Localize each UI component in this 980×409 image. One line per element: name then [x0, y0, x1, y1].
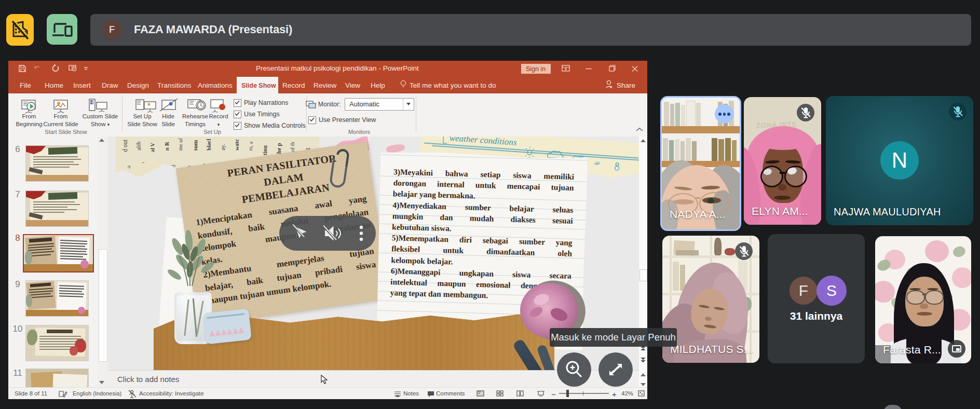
svg-text:Presentasi matkul psikologi pe: Presentasi matkul psikologi pendidikan -…	[256, 64, 419, 72]
svg-text:Sign in: Sign in	[526, 65, 546, 73]
